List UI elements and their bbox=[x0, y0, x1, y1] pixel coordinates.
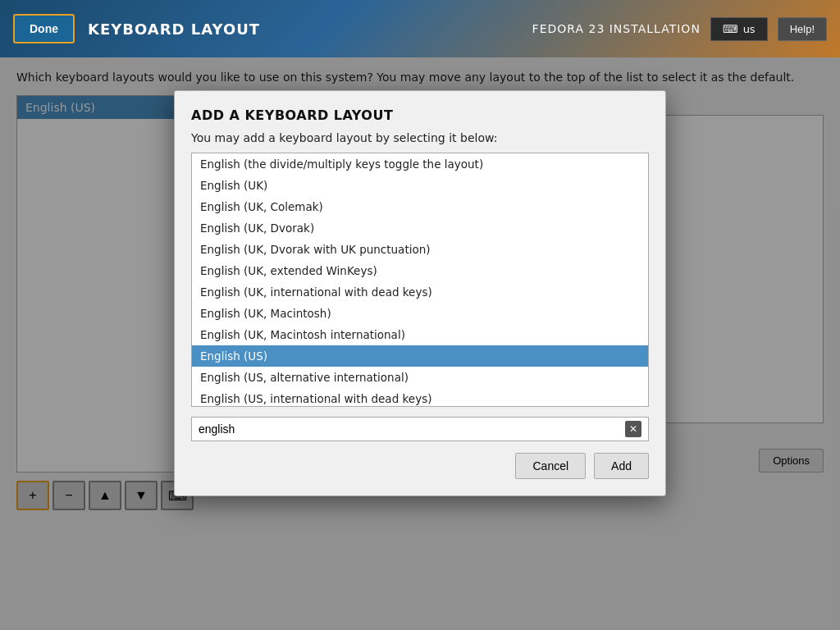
modal-overlay: ADD A KEYBOARD LAYOUT You may add a keyb… bbox=[0, 57, 840, 630]
clear-search-button[interactable]: ✕ bbox=[625, 421, 641, 437]
list-item[interactable]: English (US, international with dead key… bbox=[192, 388, 648, 407]
header-left: Done KEYBOARD LAYOUT bbox=[13, 14, 260, 43]
modal-subtitle: You may add a keyboard layout by selecti… bbox=[191, 131, 649, 144]
list-item[interactable]: English (UK, Dvorak with UK punctuation) bbox=[192, 239, 648, 260]
header-right: FEDORA 23 INSTALLATION ⌨ us Help! bbox=[532, 17, 827, 41]
add-button[interactable]: Add bbox=[594, 453, 649, 479]
header: Done KEYBOARD LAYOUT FEDORA 23 INSTALLAT… bbox=[0, 0, 840, 57]
search-row: ✕ bbox=[191, 417, 649, 441]
search-input[interactable] bbox=[199, 422, 625, 436]
keyboard-icon: ⌨ bbox=[723, 23, 738, 35]
page-title: KEYBOARD LAYOUT bbox=[88, 21, 260, 38]
cancel-button[interactable]: Cancel bbox=[515, 453, 586, 479]
keyboard-locale: us bbox=[743, 23, 756, 35]
layout-select-list[interactable]: English (the divide/multiply keys toggle… bbox=[191, 153, 649, 407]
list-item[interactable]: English (UK, Macintosh international) bbox=[192, 324, 648, 345]
help-button[interactable]: Help! bbox=[778, 17, 827, 41]
list-item[interactable]: English (UK, Dvorak) bbox=[192, 217, 648, 239]
list-item[interactable]: English (US, alternative international) bbox=[192, 367, 648, 388]
modal-buttons: Cancel Add bbox=[191, 453, 649, 479]
modal-dialog: ADD A KEYBOARD LAYOUT You may add a keyb… bbox=[174, 90, 666, 496]
keyboard-badge: ⌨ us bbox=[710, 17, 768, 41]
list-item[interactable]: English (US) bbox=[192, 345, 648, 367]
list-item[interactable]: English (UK) bbox=[192, 175, 648, 196]
list-item[interactable]: English (UK, Macintosh) bbox=[192, 303, 648, 324]
done-button[interactable]: Done bbox=[13, 14, 75, 43]
modal-title: ADD A KEYBOARD LAYOUT bbox=[191, 107, 649, 123]
list-item[interactable]: English (UK, international with dead key… bbox=[192, 281, 648, 303]
main-content: Which keyboard layouts would you like to… bbox=[0, 57, 840, 630]
list-item[interactable]: English (UK, Colemak) bbox=[192, 196, 648, 217]
app-title: FEDORA 23 INSTALLATION bbox=[532, 22, 701, 35]
list-item[interactable]: English (the divide/multiply keys toggle… bbox=[192, 153, 648, 175]
list-item[interactable]: English (UK, extended WinKeys) bbox=[192, 260, 648, 281]
